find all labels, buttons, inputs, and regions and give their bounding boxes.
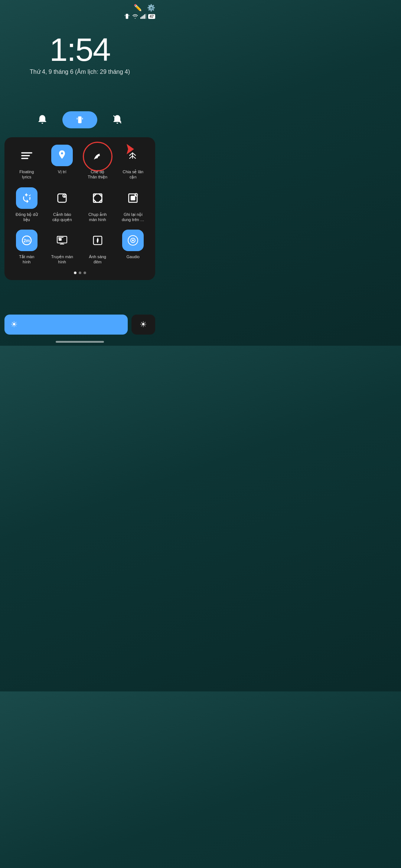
svg-rect-5 xyxy=(143,15,144,19)
svg-rect-9 xyxy=(77,118,78,120)
qs-item-canh-bao-cap-quyen[interactable]: Cảnh báocấp quyền xyxy=(45,187,80,223)
qs-item-vi-tri[interactable]: Vị trí xyxy=(45,145,80,180)
svg-rect-12 xyxy=(21,152,32,153)
svg-rect-10 xyxy=(82,118,83,120)
svg-rect-31 xyxy=(59,238,62,241)
qs-item-gaudio[interactable]: Gaudio xyxy=(115,230,151,265)
qs-label-tat-man-hinh: Tắt mànhình xyxy=(19,254,34,265)
qs-item-tat-man-hinh[interactable]: 2m Tắt mànhình xyxy=(9,230,45,265)
status-bar: 47 xyxy=(124,13,155,19)
svg-rect-14 xyxy=(21,158,28,159)
clock-time: 1:54 xyxy=(0,33,160,66)
qs-label-chia-se-lan-can: Chia sẻ lâncận xyxy=(123,169,143,180)
sound-mode-row xyxy=(0,111,160,128)
qs-label-dong-bo-du-lieu: Đồng bộ dữliệu xyxy=(16,212,38,223)
qs-icon-floating-lyrics xyxy=(16,145,38,166)
qs-item-dong-bo-du-lieu[interactable]: Đồng bộ dữliệu xyxy=(9,187,45,223)
qs-label-floating-lyrics: Floatinglyrics xyxy=(19,169,34,180)
brightness-bar[interactable]: ☀ ☀ xyxy=(4,315,155,335)
qs-item-anh-sang-dem[interactable]: Ánh sángđêm xyxy=(80,230,115,265)
qs-item-chia-se-lan-can[interactable]: Chia sẻ lâncận xyxy=(115,145,151,180)
muted-bell-icon[interactable] xyxy=(112,114,123,125)
qs-icon-ghi-lai-noi-dung xyxy=(122,187,144,209)
svg-rect-2 xyxy=(129,15,129,16)
svg-rect-8 xyxy=(78,116,81,123)
brightness-low-icon: ☀ xyxy=(10,320,18,329)
svg-rect-3 xyxy=(140,17,141,19)
brightness-slider-track[interactable]: ☀ xyxy=(4,315,128,335)
qs-label-truyen-man-hinh: Truyền mànhình xyxy=(51,254,73,265)
qs-item-floating-lyrics[interactable]: Floatinglyrics xyxy=(9,145,45,180)
qs-label-canh-bao-cap-quyen: Cảnh báocấp quyền xyxy=(52,212,72,223)
qs-label-vi-tri: Vị trí xyxy=(58,169,66,174)
svg-point-27 xyxy=(136,195,136,195)
qs-icon-chup-anh-man-hinh xyxy=(87,187,108,209)
qs-label-che-do-than-thien: Chế độThân thiện xyxy=(88,169,107,180)
qs-label-anh-sang-dem: Ánh sángđêm xyxy=(89,254,106,265)
svg-point-35 xyxy=(132,240,134,241)
wifi-icon xyxy=(132,14,138,19)
bell-icon[interactable] xyxy=(37,114,48,125)
brightness-high-icon: ☀ xyxy=(140,320,147,329)
clock-section: 1:54 Thứ 4, 9 tháng 6 (Âm lịch: 29 tháng… xyxy=(0,33,160,75)
qs-icon-anh-sang-dem xyxy=(87,230,108,251)
qs-icon-truyen-man-hinh xyxy=(51,230,73,251)
svg-rect-0 xyxy=(126,14,128,19)
svg-rect-4 xyxy=(141,16,143,19)
svg-rect-13 xyxy=(21,155,30,156)
svg-rect-7 xyxy=(145,14,146,19)
qs-label-gaudio: Gaudio xyxy=(127,254,140,259)
svg-rect-1 xyxy=(125,15,125,16)
quick-settings-panel: Floatinglyrics Vị trí xyxy=(4,137,155,280)
signal-icon xyxy=(140,14,146,19)
qs-icon-chia-se-lan-can xyxy=(122,145,144,166)
qs-item-truyen-man-hinh[interactable]: Truyền mànhình xyxy=(45,230,80,265)
svg-rect-6 xyxy=(144,14,145,19)
svg-point-17 xyxy=(27,193,31,197)
brightness-max-button[interactable]: ☀ xyxy=(131,315,155,335)
svg-point-21 xyxy=(64,196,65,197)
settings-icon[interactable]: ⚙️ xyxy=(147,4,155,12)
vibrate-mode-button[interactable] xyxy=(62,111,97,128)
svg-rect-24 xyxy=(131,196,135,200)
qs-icon-dong-bo-du-lieu xyxy=(16,187,38,209)
top-actions: ✏️ ⚙️ xyxy=(134,4,155,12)
clock-date: Thứ 4, 9 tháng 6 (Âm lịch: 29 tháng 4) xyxy=(0,68,160,75)
qs-icon-vi-tri xyxy=(51,145,73,166)
qs-item-chup-anh-man-hinh[interactable]: Chụp ảnhmàn hình xyxy=(80,187,115,223)
qs-icon-che-do-than-thien xyxy=(87,145,108,166)
edit-icon[interactable]: ✏️ xyxy=(134,4,142,12)
pagination-dots xyxy=(9,272,151,274)
qs-label-ghi-lai-noi-dung: Ghi lại nộidung trên … xyxy=(122,212,144,223)
qs-item-che-do-than-thien[interactable]: Chế độThân thiện xyxy=(80,145,115,180)
svg-text:2m: 2m xyxy=(23,238,30,243)
vibrate-icon xyxy=(124,13,130,19)
qs-grid: Floatinglyrics Vị trí xyxy=(9,145,151,265)
dot-1 xyxy=(74,272,76,274)
qs-label-chup-anh-man-hinh: Chụp ảnhmàn hình xyxy=(88,212,107,223)
qs-item-ghi-lai-noi-dung[interactable]: Ghi lại nộidung trên … xyxy=(115,187,151,223)
dot-3 xyxy=(84,272,86,274)
dot-2 xyxy=(79,272,81,274)
qs-icon-canh-bao-cap-quyen xyxy=(51,187,73,209)
battery-indicator: 47 xyxy=(148,14,155,19)
qs-icon-tat-man-hinh: 2m xyxy=(16,230,38,251)
qs-icon-gaudio xyxy=(122,230,144,251)
home-indicator[interactable] xyxy=(56,341,104,343)
